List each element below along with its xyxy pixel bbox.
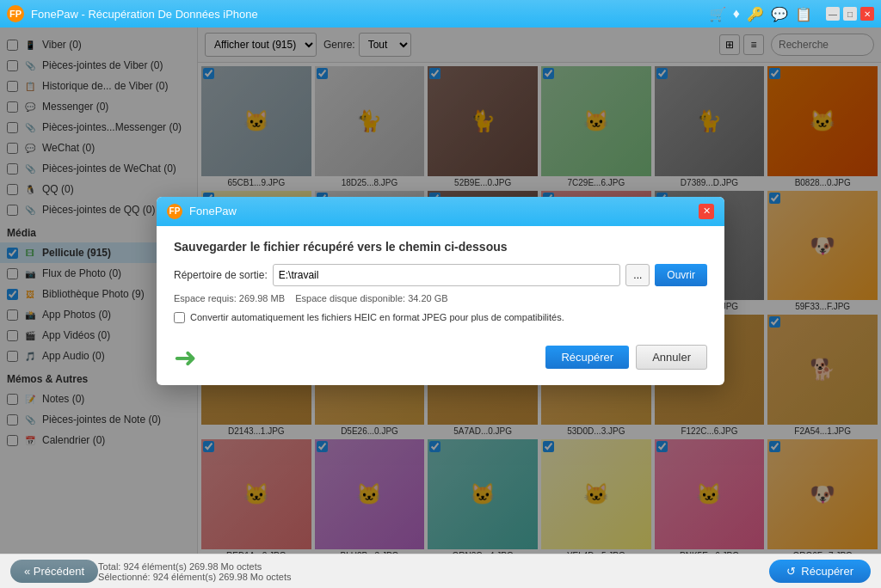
convert-row: Convertir automatiquement les fichiers H… [174, 312, 707, 323]
space-required: Espace requis: 269.98 MB [174, 293, 285, 303]
space-available: Espace disque disponible: 34.20 GB [295, 293, 447, 303]
titlebar: FP FonePaw - Récupération De Données iPh… [0, 0, 881, 28]
modal-heading: Sauvegarder le fichier récupéré vers le … [174, 240, 707, 254]
app-title: FonePaw - Récupération De Données iPhone [31, 8, 709, 21]
convert-label: Convertir automatiquement les fichiers H… [190, 312, 564, 322]
status-text: Total: 924 élément(s) 269.98 Mo octets S… [98, 561, 769, 582]
key-icon[interactable]: 🔑 [747, 6, 764, 22]
total-line2: Sélectionné: 924 élément(s) 269.98 Mo oc… [98, 572, 769, 582]
modal-close-button[interactable]: ✕ [699, 204, 714, 219]
modal-app-icon: FP [167, 204, 182, 219]
recover-label: Récupérer [801, 565, 853, 578]
recover-modal-button[interactable]: Récupérer [545, 346, 629, 369]
modal-footer: ➜ Récupérer Annuler [174, 337, 707, 371]
window-controls: — □ ✕ [826, 7, 874, 21]
maximize-button[interactable]: □ [843, 7, 857, 21]
diamond-icon[interactable]: ♦ [733, 6, 740, 22]
convert-checkbox[interactable] [174, 312, 185, 323]
clipboard-icon[interactable]: 📋 [795, 6, 812, 22]
disk-info: Espace requis: 269.98 MB Espace disque d… [174, 293, 707, 303]
modal-header: FP FonePaw ✕ [157, 197, 724, 226]
recover-main-button[interactable]: ↺ Récupérer [769, 560, 871, 583]
minimize-button[interactable]: — [826, 7, 840, 21]
browse-button[interactable]: ... [625, 264, 650, 286]
modal-dialog: FP FonePaw ✕ Sauvegarder le fichier récu… [157, 197, 724, 385]
open-button[interactable]: Ouvrir [655, 264, 707, 286]
recover-icon: ↺ [786, 565, 796, 578]
close-button[interactable]: ✕ [860, 7, 874, 21]
green-arrow-icon: ➜ [174, 344, 197, 371]
cancel-modal-button[interactable]: Annuler [636, 345, 707, 370]
statusbar: « Précédent Total: 924 élément(s) 269.98… [0, 554, 881, 588]
cart-icon[interactable]: 🛒 [709, 6, 726, 22]
arrow-row: ➜ [174, 344, 539, 371]
app-icon: FP [7, 5, 24, 22]
titlebar-actions: 🛒 ♦ 🔑 💬 📋 [709, 6, 812, 22]
dir-input[interactable] [273, 264, 621, 286]
modal-body: Sauvegarder le fichier récupéré vers le … [157, 226, 724, 385]
total-line1: Total: 924 élément(s) 269.98 Mo octets [98, 561, 769, 572]
back-button[interactable]: « Précédent [10, 560, 98, 583]
directory-row: Répertoire de sortie: ... Ouvrir [174, 264, 707, 286]
modal-overlay: FP FonePaw ✕ Sauvegarder le fichier récu… [0, 28, 881, 554]
chat-icon[interactable]: 💬 [771, 6, 788, 22]
dir-label: Répertoire de sortie: [174, 269, 268, 281]
modal-title-bar: FonePaw [189, 205, 237, 217]
